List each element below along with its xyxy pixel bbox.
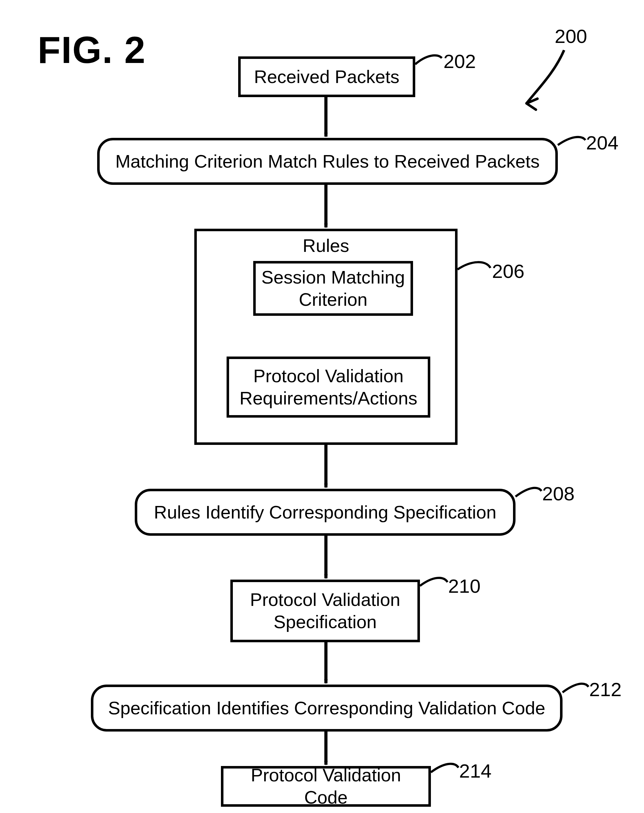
node-text: Protocol Validation Specification (246, 589, 404, 633)
rules-inner-session-matching: Session Matching Criterion (253, 261, 413, 316)
node-rules: Rules Session Matching Criterion Protoco… (194, 229, 457, 445)
node-text: Protocol Validation Code (224, 764, 428, 808)
ref-label-214: 214 (459, 760, 491, 782)
ref-label-206: 206 (492, 260, 524, 282)
rules-title: Rules (197, 235, 455, 256)
ref-label-210: 210 (448, 575, 480, 597)
node-rules-identify-spec: Rules Identify Corresponding Specificati… (135, 489, 515, 536)
node-text: Rules Identify Corresponding Specificati… (150, 501, 500, 524)
ref-label-212: 212 (589, 678, 621, 701)
ref-label-202: 202 (443, 50, 476, 72)
node-protocol-validation-code: Protocol Validation Code (221, 766, 431, 807)
node-text: Received Packets (250, 66, 403, 88)
diagram-canvas: FIG. 2 200 Received Packets 202 Matching… (0, 0, 644, 813)
diagram-ref-label: 200 (555, 25, 587, 47)
node-text: Matching Criterion Match Rules to Receiv… (112, 150, 543, 173)
ref-label-208: 208 (542, 482, 574, 505)
rules-inner-protocol-validation: Protocol Validation Requirements/Actions (227, 357, 430, 418)
node-spec-identifies-code: Specification Identifies Corresponding V… (91, 684, 563, 732)
node-protocol-validation-spec: Protocol Validation Specification (230, 580, 420, 642)
figure-title: FIG. 2 (38, 28, 146, 72)
node-text: Specification Identifies Corresponding V… (104, 697, 549, 719)
node-received-packets: Received Packets (238, 57, 415, 97)
ref-label-204: 204 (586, 132, 618, 154)
node-matching-criterion: Matching Criterion Match Rules to Receiv… (97, 138, 558, 185)
